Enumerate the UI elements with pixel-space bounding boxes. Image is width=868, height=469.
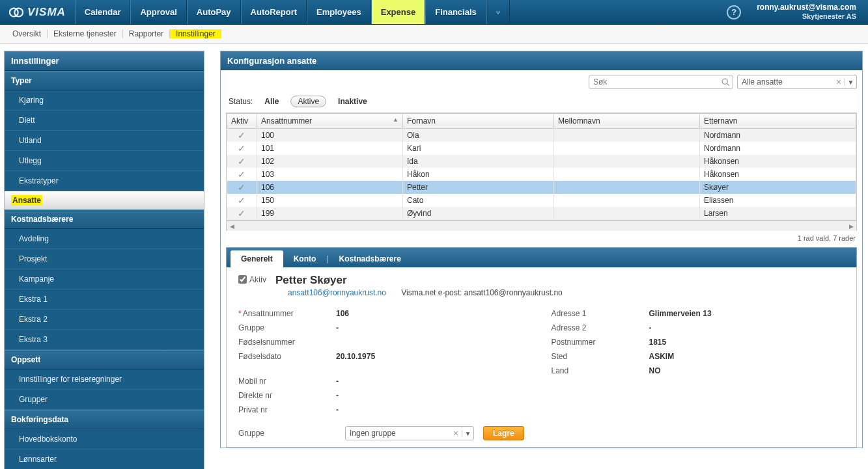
cell-nr: 199	[257, 207, 403, 220]
sidebar-item[interactable]: Innstillinger for reiseregninger	[5, 369, 204, 390]
clear-icon[interactable]: ×	[450, 428, 462, 438]
sidebar-item[interactable]: Diett	[5, 111, 204, 131]
column-header[interactable]: Aktiv	[227, 114, 257, 129]
submenu-eksterne-tjenester[interactable]: Eksterne tjenester	[48, 29, 123, 38]
sidebar-item[interactable]: Avdeling	[5, 229, 204, 249]
submenu-rapporter[interactable]: Rapporter	[123, 29, 170, 38]
brand-text: VISMA	[27, 6, 66, 19]
sidebar-item[interactable]: Ekstra 3	[5, 330, 204, 350]
sidebar-item[interactable]: Ekstratyper	[5, 171, 204, 191]
menu-autoreport[interactable]: AutoReport	[241, 0, 307, 24]
sidebar-item[interactable]: Utland	[5, 131, 204, 151]
status-all[interactable]: Alle	[264, 97, 279, 106]
detail-panel: Aktiv Petter Skøyer ansatt106@ronnyaukru…	[226, 267, 857, 448]
sidebar-item[interactable]: Utlegg	[5, 151, 204, 171]
cell-en: Larsen	[700, 207, 856, 220]
cell-fn: Ola	[403, 129, 554, 142]
table-row[interactable]: ✓103HåkonHåkonsen	[227, 168, 856, 181]
detail-label: Fødselsdato	[238, 352, 336, 361]
help-button[interactable]: ?	[719, 0, 749, 24]
menu-financials[interactable]: Financials	[425, 0, 486, 24]
cell-fn: Kari	[403, 142, 554, 155]
detail-value: 20.10.1975	[336, 352, 375, 361]
menu-more[interactable]	[486, 0, 510, 24]
search-icon[interactable]	[718, 78, 733, 87]
sidebar-item-ansatte[interactable]: Ansatte	[5, 191, 204, 209]
scroll-right-icon[interactable]: ▶	[846, 221, 856, 232]
employee-name: Petter Skøyer	[275, 274, 347, 287]
sidebar-section[interactable]: Kostnadsbærere	[5, 209, 204, 229]
horizontal-scrollbar[interactable]: ◀ ▶	[226, 221, 857, 231]
table-row[interactable]: ✓106PetterSkøyer	[227, 181, 856, 194]
filter-value: Alle ansatte	[738, 77, 833, 87]
sidebar-item[interactable]: Hovedbokskonto	[5, 429, 204, 449]
sort-asc-icon: ▲	[393, 116, 399, 123]
detail-value: Glimmerveien 13	[649, 309, 712, 318]
sidebar-item[interactable]: Kampanje	[5, 269, 204, 289]
sidebar-item[interactable]: Ekstra 2	[5, 310, 204, 330]
chevron-down-icon[interactable]: ▼	[845, 79, 856, 86]
user-info[interactable]: ronny.aukrust@visma.com Skytjenester AS	[749, 0, 868, 24]
column-header[interactable]: Mellomnavn	[554, 114, 700, 129]
menu-expense[interactable]: Expense	[371, 0, 425, 24]
svg-point-2	[722, 79, 727, 84]
cell-en: Håkonsen	[700, 155, 856, 168]
employee-email-link[interactable]: ansatt106@ronnyaukrust.no	[288, 288, 386, 297]
cell-nr: 106	[257, 181, 403, 194]
chevron-double-down-icon	[496, 8, 500, 16]
chevron-down-icon[interactable]: ▼	[462, 430, 473, 437]
submenu-innstillinger[interactable]: Innstillinger	[170, 29, 221, 38]
detail-value: -	[336, 391, 339, 400]
cell-mn	[554, 129, 700, 142]
cell-fn: Petter	[403, 181, 554, 194]
cell-mn	[554, 142, 700, 155]
detail-line: Fødselsnummer	[238, 335, 532, 349]
active-checkbox-wrap[interactable]: Aktiv	[238, 275, 266, 284]
cell-nr: 103	[257, 168, 403, 181]
column-header[interactable]: Etternavn	[700, 114, 856, 129]
table-row[interactable]: ✓150CatoEliassen	[227, 194, 856, 207]
sidebar-section[interactable]: Bokføringsdata	[5, 410, 204, 429]
detail-line: StedASKIM	[552, 349, 845, 364]
table-row[interactable]: ✓199ØyvindLarsen	[227, 207, 856, 220]
tab-konto[interactable]: Konto	[283, 250, 327, 267]
menu-approval[interactable]: Approval	[130, 0, 186, 24]
detail-line: LandNO	[552, 364, 845, 378]
search-input-wrap[interactable]	[589, 75, 733, 89]
sidebar-item[interactable]: Grupper	[5, 390, 204, 410]
sidebar-item[interactable]: Lønnsarter	[5, 449, 204, 469]
tab-kostnadsbærere[interactable]: Kostnadsbærere	[328, 250, 411, 267]
filter-combo[interactable]: Alle ansatte × ▼	[737, 75, 857, 89]
column-header[interactable]: Ansattnummer▲	[257, 114, 403, 129]
search-input[interactable]	[589, 77, 718, 87]
cell-fn: Håkon	[403, 168, 554, 181]
sidebar-item[interactable]: Ekstra 1	[5, 289, 204, 310]
table-row[interactable]: ✓100OlaNordmann	[227, 129, 856, 142]
sidebar-section[interactable]: Oppsett	[5, 350, 204, 369]
status-active[interactable]: Aktive	[290, 96, 326, 107]
detail-line: Postnummer1815	[552, 335, 845, 349]
cell-mn	[554, 207, 700, 220]
submenu-oversikt[interactable]: Oversikt	[7, 29, 48, 38]
table-row[interactable]: ✓101KariNordmann	[227, 142, 856, 155]
sidebar-item[interactable]: Prosjekt	[5, 249, 204, 269]
clear-icon[interactable]: ×	[833, 77, 845, 87]
sidebar: InnstillingerTyperKjøringDiettUtlandUtle…	[4, 51, 204, 469]
cell-en: Nordmann	[700, 142, 856, 155]
menu-autopay[interactable]: AutoPay	[187, 0, 241, 24]
tab-generelt[interactable]: Generelt	[231, 250, 283, 267]
sidebar-section[interactable]: Typer	[5, 71, 204, 90]
group-combo[interactable]: Ingen gruppe × ▼	[345, 426, 474, 440]
column-header[interactable]: Fornavn	[403, 114, 554, 129]
save-button[interactable]: Lagre	[483, 426, 524, 440]
menu-employees[interactable]: Employees	[307, 0, 371, 24]
sidebar-item[interactable]: Kjøring	[5, 90, 204, 111]
brand-logo: VISMA	[0, 0, 75, 24]
group-label: Gruppe	[238, 429, 336, 438]
cell-fn: Øyvind	[403, 207, 554, 220]
scroll-left-icon[interactable]: ◀	[227, 221, 237, 232]
active-checkbox[interactable]	[238, 275, 247, 284]
menu-calendar[interactable]: Calendar	[75, 0, 131, 24]
table-row[interactable]: ✓102IdaHåkonsen	[227, 155, 856, 168]
status-inactive[interactable]: Inaktive	[338, 97, 367, 106]
